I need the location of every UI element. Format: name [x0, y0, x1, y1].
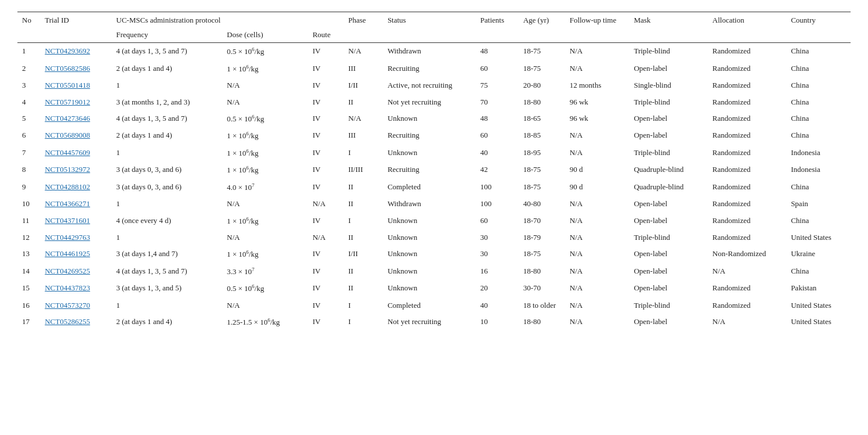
cell-trial-id[interactable]: NCT04293692 — [40, 43, 111, 60]
col-header-country: Country — [786, 12, 851, 29]
cell-trial-id[interactable]: NCT04457609 — [40, 145, 111, 162]
cell-status: Not yet recruiting — [383, 314, 476, 331]
cell-trial-id-link[interactable]: NCT04437823 — [45, 283, 90, 292]
cell-followup: 12 months — [565, 77, 630, 94]
cell-trial-id-link[interactable]: NCT04269525 — [45, 267, 90, 275]
table-row: 6NCT056890082 (at days 1 and 4)1 × 106/k… — [17, 127, 851, 145]
col-sub-patients — [476, 28, 519, 43]
cell-trial-id-link[interactable]: NCT05682586 — [45, 64, 90, 73]
cell-route: IV — [308, 263, 344, 281]
cell-patients: 100 — [476, 179, 519, 196]
cell-age: 18-75 — [519, 246, 565, 263]
cell-trial-id[interactable]: NCT05682586 — [40, 60, 111, 78]
cell-trial-id[interactable]: NCT04437823 — [40, 280, 111, 297]
cell-patients: 70 — [476, 94, 519, 110]
cell-frequency: 4 (at days 1, 3, 5 and 7) — [111, 43, 222, 60]
col-header-trial: Trial ID — [40, 12, 111, 29]
cell-trial-id[interactable]: NCT05719012 — [40, 94, 111, 110]
col-sub-route: Route — [308, 28, 344, 43]
cell-trial-id[interactable]: NCT04371601 — [40, 213, 111, 230]
cell-trial-id[interactable]: NCT04273646 — [40, 110, 111, 128]
cell-patients: 48 — [476, 110, 519, 128]
cell-country: United States — [786, 314, 851, 331]
cell-no: 1 — [17, 43, 40, 60]
cell-trial-id[interactable]: NCT05132972 — [40, 161, 111, 179]
cell-trial-id-link[interactable]: NCT05501418 — [45, 81, 90, 89]
cell-no: 17 — [17, 314, 40, 331]
cell-status: Completed — [383, 297, 476, 314]
col-header-phase: Phase — [343, 12, 383, 29]
table-row: 2NCT056825862 (at days 1 and 4)1 × 106/k… — [17, 60, 851, 78]
cell-trial-id-link[interactable]: NCT04461925 — [45, 249, 90, 258]
cell-phase: II — [343, 229, 383, 246]
cell-trial-id-link[interactable]: NCT04366271 — [45, 199, 90, 208]
table-row: 17NCT052862552 (at days 1 and 4)1.25-1.5… — [17, 314, 851, 331]
cell-dose: 1 × 106/kg — [222, 213, 308, 230]
cell-trial-id-link[interactable]: NCT05719012 — [45, 98, 90, 106]
cell-age: 18-80 — [519, 314, 565, 331]
cell-trial-id[interactable]: NCT04269525 — [40, 263, 111, 281]
cell-trial-id-link[interactable]: NCT05689008 — [45, 131, 90, 139]
cell-trial-id-link[interactable]: NCT04457609 — [45, 148, 90, 157]
cell-allocation: Non-Randomized — [708, 246, 786, 263]
cell-route: IV — [308, 161, 344, 179]
cell-country: China — [786, 179, 851, 196]
cell-allocation: Randomized — [708, 127, 786, 145]
cell-followup: N/A — [565, 43, 630, 60]
cell-allocation: N/A — [708, 263, 786, 281]
cell-route: IV — [308, 60, 344, 78]
cell-trial-id-link[interactable]: NCT04371601 — [45, 216, 90, 225]
cell-trial-id-link[interactable]: NCT04293692 — [45, 46, 90, 55]
col-header-mask: Mask — [629, 12, 707, 29]
cell-allocation: N/A — [708, 314, 786, 331]
table-row: 4NCT057190123 (at months 1, 2, and 3)N/A… — [17, 94, 851, 110]
cell-followup: N/A — [565, 127, 630, 145]
cell-followup: N/A — [565, 297, 630, 314]
cell-frequency: 2 (at days 1 and 4) — [111, 314, 222, 331]
cell-mask: Open-label — [629, 60, 707, 78]
cell-allocation: Randomized — [708, 179, 786, 196]
cell-age: 18-75 — [519, 43, 565, 60]
cell-route: N/A — [308, 196, 344, 212]
cell-trial-id[interactable]: NCT04461925 — [40, 246, 111, 263]
cell-no: 6 — [17, 127, 40, 145]
cell-age: 18-65 — [519, 110, 565, 128]
cell-trial-id-link[interactable]: NCT04429763 — [45, 233, 90, 242]
cell-trial-id-link[interactable]: NCT05132972 — [45, 165, 90, 174]
cell-trial-id-link[interactable]: NCT05286255 — [45, 317, 90, 326]
cell-trial-id[interactable]: NCT05501418 — [40, 77, 111, 94]
cell-frequency: 3 (at days 0, 3, and 6) — [111, 179, 222, 196]
table-row: 10NCT043662711N/AN/AIIWithdrawn10040-80N… — [17, 196, 851, 212]
col-header-allocation: Allocation — [708, 12, 786, 29]
cell-trial-id[interactable]: NCT04288102 — [40, 179, 111, 196]
cell-followup: 96 wk — [565, 94, 630, 110]
cell-followup: N/A — [565, 60, 630, 78]
cell-trial-id-link[interactable]: NCT04273646 — [45, 114, 90, 123]
cell-no: 11 — [17, 213, 40, 230]
header-top-row: No Trial ID UC-MSCs administration proto… — [17, 12, 851, 29]
table-row: 15NCT044378233 (at days 1, 3, and 5)0.5 … — [17, 280, 851, 297]
cell-country: China — [786, 94, 851, 110]
col-sub-alloc — [708, 28, 786, 43]
cell-age: 18-95 — [519, 145, 565, 162]
cell-status: Not yet recruiting — [383, 94, 476, 110]
cell-trial-id[interactable]: NCT04573270 — [40, 297, 111, 314]
cell-trial-id-link[interactable]: NCT04573270 — [45, 301, 90, 310]
cell-phase: N/A — [343, 43, 383, 60]
cell-dose: 1.25-1.5 × 106/kg — [222, 314, 308, 331]
cell-trial-id[interactable]: NCT04366271 — [40, 196, 111, 212]
cell-trial-id[interactable]: NCT05286255 — [40, 314, 111, 331]
cell-frequency: 4 (at days 1, 3, 5 and 7) — [111, 110, 222, 128]
cell-no: 9 — [17, 179, 40, 196]
col-sub-followup — [565, 28, 630, 43]
cell-country: United States — [786, 229, 851, 246]
cell-age: 40-80 — [519, 196, 565, 212]
cell-route: IV — [308, 246, 344, 263]
cell-age: 18-75 — [519, 179, 565, 196]
cell-trial-id[interactable]: NCT04429763 — [40, 229, 111, 246]
cell-mask: Triple-blind — [629, 43, 707, 60]
cell-trial-id-link[interactable]: NCT04288102 — [45, 182, 90, 191]
cell-allocation: Randomized — [708, 196, 786, 212]
cell-patients: 60 — [476, 60, 519, 78]
cell-trial-id[interactable]: NCT05689008 — [40, 127, 111, 145]
